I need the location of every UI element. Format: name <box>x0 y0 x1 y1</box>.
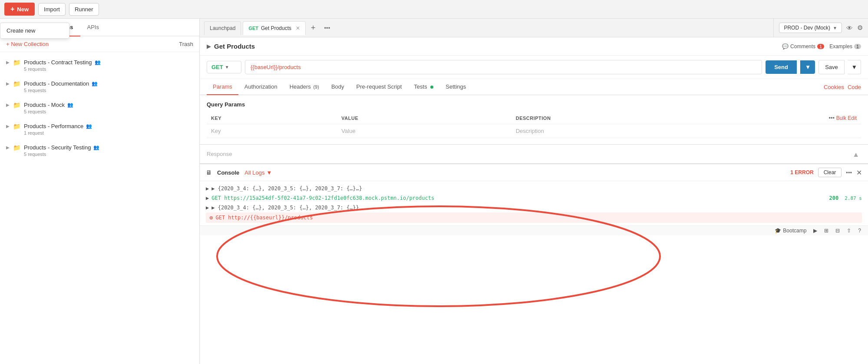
tab-more-button[interactable]: ••• <box>321 23 334 33</box>
expand-arrow-icon: ▶ <box>6 124 10 129</box>
examples-button[interactable]: Examples 1 <box>829 43 861 50</box>
error-log-text: GET http://{{baseurl}}/products <box>215 215 313 221</box>
expand-arrow-icon[interactable]: ▶ <box>207 43 211 50</box>
cookies-button[interactable]: Cookies <box>824 84 844 90</box>
apis-tab-label: APIs <box>87 24 99 30</box>
log-row[interactable]: ▶ GET https://15a254df-5f02-41a7-9c02-12… <box>206 193 862 203</box>
response-label: Response <box>207 151 232 157</box>
collection-item[interactable]: ▶ 📁 Products - Documentation 👥 5 request… <box>0 76 199 97</box>
settings-icon[interactable]: ⚙ <box>857 24 863 32</box>
examples-label: Examples <box>829 43 852 50</box>
import-label: Import <box>44 6 60 13</box>
layout1-button[interactable]: ⊞ <box>824 228 828 234</box>
send-dropdown-button[interactable]: ▼ <box>800 60 815 74</box>
console-title: Console <box>217 169 239 176</box>
bootcamp-button[interactable]: 🎓 Bootcamp <box>775 228 806 234</box>
body-tab[interactable]: Body <box>325 79 350 95</box>
url-bar: GET ▼ Send ▼ Save ▼ <box>200 56 868 79</box>
bulk-edit-button[interactable]: Bulk Edit <box>836 115 857 121</box>
value-column-header: VALUE <box>337 112 511 124</box>
create-new-dropdown: Create new <box>0 23 69 39</box>
bootcamp-icon: 🎓 <box>775 228 781 234</box>
collection-meta: 1 request <box>24 130 193 136</box>
collection-info: Products - Security Testing 👥 5 requests <box>24 144 193 157</box>
tests-tab[interactable]: Tests <box>408 79 439 95</box>
comments-button[interactable]: 💬 Comments 1 <box>782 43 824 50</box>
top-toolbar: + New Create new Import Runner <box>0 0 868 19</box>
get-products-tab-label: Get Products <box>261 25 291 31</box>
tests-tab-label: Tests <box>414 83 427 90</box>
settings-tab[interactable]: Settings <box>439 79 472 95</box>
console-header: 🖥 Console All Logs ▼ 1 ERROR Clear ••• ✕ <box>200 164 868 181</box>
play-icon: ▶ <box>813 228 817 234</box>
layout2-button[interactable]: ⊟ <box>835 228 840 234</box>
collection-meta: 5 requests <box>24 88 193 93</box>
error-icon: ⊗ <box>209 214 213 221</box>
collection-list: ▶ 📁 Products - Contract Testing 👥 5 requ… <box>0 52 199 364</box>
folder-icon: 📁 <box>13 80 20 87</box>
share-button[interactable]: ⇧ <box>847 228 851 234</box>
collection-item[interactable]: ▶ 📁 Products - Security Testing 👥 5 requ… <box>0 140 199 161</box>
create-new-label: Create new <box>7 27 35 34</box>
log-url: GET https://15a254df-5f02-41a7-9c02-12fd… <box>211 195 434 201</box>
environment-selector[interactable]: PROD - Dev (Mock) ▼ <box>779 23 842 33</box>
tab-add-button[interactable]: + <box>307 22 319 34</box>
code-button[interactable]: Code <box>848 84 861 90</box>
collection-item[interactable]: ▶ 📁 Products - Mock 👥 5 requests <box>0 97 199 119</box>
runner-button[interactable]: Runner <box>69 3 99 16</box>
trash-button[interactable]: Trash <box>179 41 193 47</box>
new-button[interactable]: + New <box>4 3 35 16</box>
collection-item[interactable]: ▶ 📁 Products - Contract Testing 👥 5 requ… <box>0 55 199 76</box>
pre-request-script-tab[interactable]: Pre-request Script <box>350 79 408 95</box>
query-params-title: Query Params <box>207 101 861 108</box>
collection-name: Products - Mock 👥 <box>24 102 193 108</box>
eye-icon[interactable]: 👁 <box>846 24 853 32</box>
launchpad-tab[interactable]: Launchpad <box>204 21 241 35</box>
tab-method: GET <box>248 26 258 31</box>
console-close-button[interactable]: ✕ <box>856 169 862 177</box>
tests-dot-icon <box>430 86 433 89</box>
team-icon: 👥 <box>95 60 101 65</box>
collection-item[interactable]: ▶ 📁 Products - Performance 👥 1 request <box>0 119 199 140</box>
comments-count: 1 <box>817 44 824 49</box>
console-logs: ▶ ▶ {2020_3_4: {…}, 2020_3_5: {…}, 2020_… <box>200 181 868 225</box>
save-button[interactable]: Save <box>818 60 845 74</box>
layout1-icon: ⊞ <box>824 228 828 234</box>
help-button[interactable]: ? <box>858 228 861 234</box>
url-input[interactable] <box>245 60 762 74</box>
play-button[interactable]: ▶ <box>813 228 817 234</box>
team-icon: 👥 <box>92 81 98 86</box>
env-selected-label: PROD - Dev (Mock) <box>784 25 830 31</box>
team-icon: 👥 <box>67 102 73 108</box>
send-button[interactable]: Send <box>766 60 797 74</box>
params-more-button[interactable]: ••• <box>828 115 835 121</box>
request-header: ▶ Get Products 💬 Comments 1 Examples 1 <box>200 37 868 56</box>
key-column-header: KEY <box>207 112 337 124</box>
console-more-button[interactable]: ••• <box>846 169 852 176</box>
headers-tab[interactable]: Headers (9) <box>284 79 325 95</box>
save-dropdown-button[interactable]: ▼ <box>848 60 861 74</box>
error-log-row[interactable]: ⊗ GET http://{{baseurl}}/products <box>206 212 862 223</box>
collection-name: Products - Contract Testing 👥 <box>24 59 193 66</box>
authorization-tab[interactable]: Authorization <box>238 79 284 95</box>
sidebar-tab-apis[interactable]: APIs <box>80 19 106 36</box>
expand-arrow-icon: ▶ <box>206 185 209 192</box>
import-button[interactable]: Import <box>38 3 66 16</box>
get-products-tab[interactable]: GET Get Products ✕ <box>243 21 306 35</box>
expand-arrow-icon: ▶ <box>206 195 209 201</box>
trash-label: Trash <box>179 41 193 47</box>
log-row[interactable]: ▶ ▶ {2020_3_4: {…}, 2020_3_5: {…}, 2020_… <box>206 203 862 212</box>
bootcamp-label: Bootcamp <box>783 228 806 234</box>
method-selector[interactable]: GET ▼ <box>207 61 241 73</box>
params-tab[interactable]: Params <box>207 79 238 95</box>
params-tab-label: Params <box>213 83 232 90</box>
expand-arrow-icon: ▶ <box>6 60 10 65</box>
expand-arrow-icon: ▶ <box>6 81 10 86</box>
new-collection-button[interactable]: + New Collection <box>6 41 49 47</box>
clear-button[interactable]: Clear <box>818 168 842 177</box>
all-logs-button[interactable]: All Logs ▼ <box>244 169 272 176</box>
response-collapse-button[interactable]: ▲ <box>852 151 859 159</box>
tab-close-icon[interactable]: ✕ <box>296 25 300 31</box>
log-row[interactable]: ▶ ▶ {2020_3_4: {…}, 2020_3_5: {…}, 2020_… <box>206 184 862 193</box>
folder-icon: 📁 <box>13 59 20 66</box>
